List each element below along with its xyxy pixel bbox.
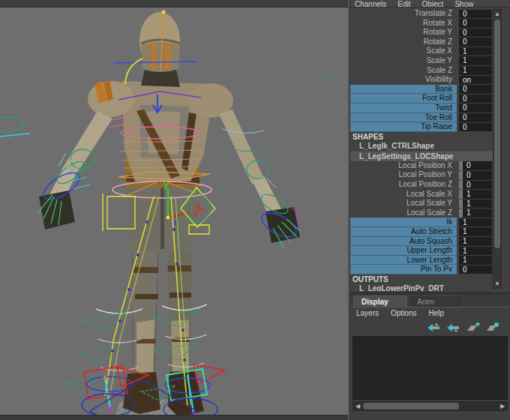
channel-label[interactable]: Scale Y (350, 56, 457, 66)
scrollbar-thumb[interactable] (494, 20, 500, 248)
channel-value-field[interactable]: 0 (459, 94, 467, 104)
channel-label[interactable]: Bank (350, 85, 457, 94)
channel-row[interactable]: Ik1 (350, 218, 493, 227)
channel-row[interactable]: Local Position X0 (350, 161, 493, 171)
channel-label[interactable]: Tip Raise (350, 122, 457, 132)
move-layer-down-icon[interactable] (446, 322, 460, 333)
channel-value-field[interactable]: 0 (459, 123, 467, 132)
channel-row[interactable]: Local Scale Y1 (350, 199, 493, 208)
channel-row[interactable]: Rotate Z0 (350, 38, 493, 47)
channel-value-field[interactable]: 1 (459, 218, 467, 227)
channel-value-field[interactable]: on (459, 76, 471, 85)
layer-list-hscrollbar[interactable]: ◀ ▶ (352, 401, 508, 411)
channel-label[interactable]: Local Position Z (350, 180, 457, 190)
layer-menu-layers[interactable]: Layers (356, 308, 379, 320)
channel-value-field[interactable]: 0 (459, 28, 467, 38)
menu-show[interactable]: Show (454, 0, 473, 8)
create-layer-from-selected-icon[interactable] (485, 322, 500, 333)
layer-list[interactable] (352, 336, 508, 400)
channel-label[interactable]: Scale X (350, 46, 457, 56)
channel-value-field[interactable]: 0 (463, 161, 471, 170)
channel-row[interactable]: Toe Roll0 (350, 113, 493, 123)
channel-row[interactable]: Translate Z0 (350, 9, 493, 19)
viewport-3d[interactable]: y x z (0, 0, 348, 420)
channel-row[interactable]: Rotate Y0 (350, 28, 493, 38)
channel-label[interactable]: Rotate X (350, 19, 457, 28)
channel-value-field[interactable]: 1 (459, 66, 467, 75)
channel-row[interactable]: Visibilityon (350, 75, 493, 85)
channel-value-field[interactable]: 0 (459, 113, 467, 122)
scroll-right-icon[interactable]: ▶ (498, 402, 507, 410)
axis-y-label[interactable]: y (164, 178, 170, 190)
channel-label[interactable]: Auto Stretch (350, 227, 457, 237)
layer-menu-help[interactable]: Help (428, 308, 444, 320)
channel-label[interactable]: Local Scale Z (350, 208, 457, 218)
channel-label[interactable]: Local Scale Y (350, 199, 457, 208)
channel-value-field[interactable]: 1 (459, 56, 467, 65)
channel-row[interactable]: Lower Length1 (350, 256, 493, 266)
channel-value-field[interactable]: 0 (459, 10, 467, 19)
channel-row[interactable]: Local Scale Z1 (350, 208, 493, 218)
channel-row[interactable]: Tip Raise0 (350, 122, 493, 132)
scroll-left-icon[interactable]: ◀ (353, 402, 362, 410)
channel-row[interactable]: Rotate X0 (350, 19, 493, 28)
character-rig-scene[interactable]: y x z (0, 0, 348, 420)
menu-object[interactable]: Object (422, 0, 444, 8)
axis-x-label[interactable]: x (194, 209, 198, 218)
channel-value-field[interactable]: 1 (459, 237, 467, 246)
channel-value-field[interactable]: 1 (459, 256, 467, 265)
channel-value-field[interactable]: 0 (459, 266, 467, 274)
channel-row[interactable]: Pin To Pv0 (350, 265, 493, 274)
channel-row[interactable]: Foot Roll0 (350, 94, 493, 104)
channel-value-field[interactable]: 0 (459, 38, 467, 46)
node-name[interactable]: L_LegIk_CTRLShape (350, 142, 493, 152)
channel-label[interactable]: Rotate Z (350, 38, 457, 47)
channel-row[interactable]: Auto Stretch1 (350, 227, 493, 237)
channel-row[interactable]: Scale Y1 (350, 56, 493, 66)
channel-value-field[interactable]: 1 (459, 247, 467, 256)
channel-label[interactable]: Lower Length (350, 256, 457, 266)
channel-row[interactable]: Auto Squash1 (350, 237, 493, 247)
channel-row[interactable]: Upper Length1 (350, 246, 493, 256)
channel-value-field[interactable]: 0 (459, 85, 467, 94)
channel-label[interactable]: Twist (350, 104, 457, 113)
hscrollbar-thumb[interactable] (363, 403, 459, 410)
channel-row[interactable]: Scale X1 (350, 46, 493, 56)
channel-value-field[interactable]: 0 (459, 19, 467, 28)
node-name[interactable]: L_LegLowerPinPv_DRT (359, 284, 472, 291)
channel-label[interactable]: Upper Length (350, 246, 457, 256)
scroll-up-icon[interactable]: ▲ (494, 10, 501, 18)
channel-label[interactable]: Local Scale X (350, 190, 457, 200)
channel-label[interactable]: Foot Roll (350, 94, 457, 104)
channel-label[interactable]: Toe Roll (350, 113, 457, 123)
channel-row[interactable]: Scale Z1 (350, 66, 493, 76)
channel-row[interactable]: Local Position Y0 (350, 170, 493, 180)
channel-value-field[interactable]: 1 (463, 200, 471, 208)
channel-label[interactable]: Local Position X (350, 161, 457, 171)
create-empty-layer-icon[interactable] (466, 322, 480, 333)
channel-box-scrollbar[interactable]: ▲ ▼ (493, 9, 502, 289)
scroll-down-icon[interactable]: ▼ (494, 280, 501, 288)
channel-label[interactable]: Visibility (350, 75, 457, 85)
axis-z-label[interactable]: z (173, 218, 177, 226)
channel-label[interactable]: Auto Squash (350, 237, 457, 247)
channel-value-field[interactable]: 1 (459, 47, 467, 56)
menu-edit[interactable]: Edit (398, 0, 410, 8)
channel-label[interactable]: Translate Z (350, 9, 457, 19)
channel-value-field[interactable]: 0 (463, 181, 471, 190)
channel-label[interactable]: Rotate Y (350, 28, 457, 38)
channel-row[interactable]: Twist0 (350, 104, 493, 113)
channel-label[interactable]: Scale Z (350, 66, 457, 76)
layer-menu-options[interactable]: Options (391, 308, 416, 320)
channel-label[interactable]: Ik (350, 218, 457, 227)
channel-row[interactable]: Local Scale X1 (350, 190, 493, 200)
tab-anim[interactable]: Anim (409, 296, 463, 307)
channel-label[interactable]: Pin To Pv (350, 265, 457, 274)
channel-value-field[interactable]: 1 (463, 190, 471, 199)
channel-value-field[interactable]: 0 (459, 104, 467, 112)
channel-value-field[interactable]: 1 (463, 208, 471, 218)
tab-display[interactable]: Display (353, 296, 407, 307)
channel-row[interactable]: Bank0 (350, 85, 493, 94)
channel-value-field[interactable]: 0 (463, 171, 471, 180)
menu-channels[interactable]: Channels (355, 0, 386, 8)
